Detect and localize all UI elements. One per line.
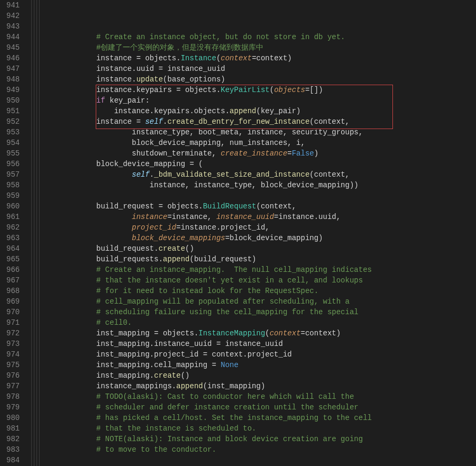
code-line[interactable]: instance.uuid = instance_uuid (43, 63, 372, 74)
code-line[interactable]: instance_mappings.append(inst_mapping) (43, 381, 372, 391)
code-line[interactable]: # for it need to instead look for the Re… (43, 286, 372, 296)
code-line[interactable]: # cell_mapping will be populated after s… (43, 296, 372, 307)
code-token: create_db_entry_for_new_instance (167, 117, 309, 126)
code-line[interactable]: instance=instance, instance_uuid=instanc… (43, 212, 372, 222)
code-token: objects (274, 86, 305, 94)
code-line[interactable]: # that the instance doesn't yet exist in… (43, 275, 372, 286)
line-number: 983 (6, 444, 20, 455)
line-number: 953 (6, 127, 20, 138)
code-token: # for it need to instead look for the Re… (96, 287, 318, 295)
code-token: _bdm_validate_set_size_and_instance (154, 170, 309, 179)
code-line[interactable]: build_request.create() (43, 243, 372, 254)
code-token: instance_uuid (216, 213, 274, 221)
line-number: 946 (6, 53, 20, 63)
code-line[interactable]: shutdown_terminate, create_instance=Fals… (43, 148, 372, 159)
code-line[interactable]: self._bdm_validate_set_size_and_instance… (43, 169, 372, 180)
code-line[interactable]: # to move to the conductor. (43, 444, 372, 455)
code-line[interactable]: block_device_mapping, num_instances, i, (43, 138, 372, 148)
code-line[interactable]: project_id=instance.project_id, (43, 222, 372, 233)
line-number: 971 (6, 317, 20, 328)
code-token: self (132, 170, 150, 179)
line-number: 942 (6, 11, 20, 21)
code-token: build_requests. (96, 255, 163, 263)
code-line[interactable]: # TODO(alaski): Cast to conductor here w… (43, 391, 372, 402)
code-line[interactable]: # Create an instance object, but do not … (43, 32, 372, 42)
line-number: 962 (6, 222, 20, 233)
code-line[interactable]: # scheduler and defer instance creation … (43, 402, 372, 413)
line-number: 965 (6, 254, 20, 264)
code-line[interactable] (43, 190, 372, 201)
code-line[interactable]: instance_type, boot_meta, instance, secu… (43, 127, 372, 138)
line-number: 960 (6, 201, 20, 212)
code-token: create_instance (221, 149, 287, 158)
code-token: (base_options) (163, 75, 225, 84)
code-token: Instance (181, 54, 216, 62)
code-line[interactable]: inst_mapping.cell_mapping = None (43, 360, 372, 370)
code-token: InstanceMapping (198, 329, 265, 337)
code-token: if (96, 96, 109, 105)
code-line[interactable]: instance, instance_type, block_device_ma… (43, 180, 372, 190)
indent-ruler (31, 0, 32, 466)
code-token: (context, (257, 202, 297, 211)
indent-ruler (34, 0, 34, 466)
code-line[interactable]: build_request = objects.BuildRequest(con… (43, 201, 372, 212)
code-token: key_pair: (109, 96, 150, 105)
code-token: block_device_mapping, num_instances, i, (132, 139, 305, 147)
code-line[interactable]: inst_mapping = objects.InstanceMapping(c… (43, 328, 372, 339)
line-number: 957 (6, 169, 20, 180)
code-token: # scheduling failure using the cell_mapp… (96, 308, 359, 316)
code-line[interactable]: block_device_mapping = ( (43, 159, 372, 169)
line-number: 958 (6, 180, 20, 190)
code-line[interactable]: # NOTE(alaski): Instance and block devic… (43, 434, 372, 444)
code-line[interactable]: block_device_mappings=block_device_mappi… (43, 233, 372, 243)
line-number: 963 (6, 233, 20, 243)
line-number: 976 (6, 370, 20, 381)
code-token: instance.uuid = instance_uuid (96, 65, 225, 73)
code-editor[interactable]: 9419429439449459469479489499509519529539… (0, 0, 476, 466)
code-token: instance_mappings. (96, 382, 176, 390)
code-line[interactable]: instance.update(base_options) (43, 74, 372, 85)
code-token: =block_device_mapping) (225, 234, 323, 242)
code-token: ( (270, 86, 274, 94)
code-line[interactable]: instance.keypairs.objects.append(key_pai… (43, 106, 372, 116)
line-number: 941 (6, 0, 20, 11)
code-line[interactable]: # that the instance is scheduled to. (43, 423, 372, 434)
code-token: block_device_mapping = ( (96, 160, 203, 168)
code-line[interactable]: inst_mapping.create() (43, 370, 372, 381)
code-token: (context, (309, 170, 350, 179)
code-token: = (287, 149, 291, 158)
code-token: BuildRequest (203, 202, 257, 211)
line-number: 959 (6, 190, 20, 201)
line-number: 969 (6, 296, 20, 307)
code-token: build_request. (96, 244, 159, 253)
code-line[interactable] (43, 455, 372, 465)
code-line[interactable]: if key_pair: (43, 95, 372, 106)
code-token: context (270, 329, 301, 337)
code-line[interactable]: # cell0. (43, 317, 372, 328)
code-line[interactable]: inst_mapping.instance_uuid = instance_uu… (43, 339, 372, 349)
code-line[interactable]: build_requests.append(build_request) (43, 254, 372, 264)
line-number: 982 (6, 434, 20, 444)
code-line[interactable]: inst_mapping.project_id = context.projec… (43, 349, 372, 360)
code-token: =context) (301, 329, 341, 337)
line-number-gutter: 9419429439449459469479489499509519529539… (0, 0, 30, 466)
code-token: instance. (96, 75, 136, 84)
code-token: build_request = objects. (96, 202, 203, 211)
code-area[interactable]: # Create an instance object, but do not … (41, 0, 372, 466)
line-number: 970 (6, 307, 20, 317)
code-line[interactable]: instance.keypairs = objects.KeyPairList(… (43, 85, 372, 95)
line-number: 943 (6, 21, 20, 32)
line-number: 952 (6, 116, 20, 127)
code-token: inst_mapping. (96, 371, 154, 380)
code-line[interactable]: # scheduling failure using the cell_mapp… (43, 307, 372, 317)
line-number: 947 (6, 63, 20, 74)
code-line[interactable]: instance = self.create_db_entry_for_new_… (43, 116, 372, 127)
code-line[interactable]: instance = objects.Instance(context=cont… (43, 53, 372, 63)
code-token: # NOTE(alaski): Instance and block devic… (96, 435, 363, 443)
code-line[interactable]: # has picked a cell/host. Set the instan… (43, 413, 372, 423)
code-token: =instance, (167, 213, 216, 221)
code-line[interactable]: #创建了一个实例的对象，但是没有存储到数据库中 (43, 42, 372, 53)
code-line[interactable]: # Create an instance_mapping. The null c… (43, 264, 372, 275)
line-number: 979 (6, 402, 20, 413)
code-token: instance_type, boot_meta, instance, secu… (132, 128, 363, 136)
